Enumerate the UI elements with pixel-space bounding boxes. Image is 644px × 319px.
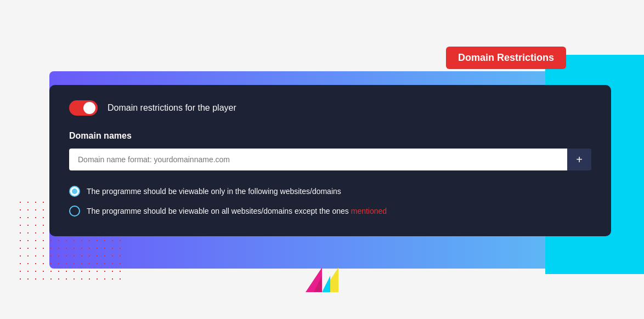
toggle-track xyxy=(69,100,98,116)
radio-option-2[interactable]: The programme should be viewable on all … xyxy=(69,206,591,217)
radio-option-1[interactable]: The programme should be viewable only in… xyxy=(69,186,591,197)
radio-circle-1 xyxy=(69,186,80,197)
toggle-label: Domain restrictions for the player xyxy=(108,103,236,113)
logo-svg xyxy=(303,265,341,295)
add-domain-button[interactable]: + xyxy=(567,149,591,170)
domain-restrictions-toggle[interactable] xyxy=(69,100,98,116)
radio-label-1: The programme should be viewable only in… xyxy=(87,187,341,196)
radio-circle-2 xyxy=(69,206,80,217)
main-card: Domain restrictions for the player Domai… xyxy=(49,85,611,236)
toggle-thumb xyxy=(83,102,95,114)
domain-restrictions-badge: Domain Restrictions xyxy=(446,47,566,69)
radio-options: The programme should be viewable only in… xyxy=(69,186,591,217)
toggle-row: Domain restrictions for the player xyxy=(69,100,591,116)
domain-name-input[interactable] xyxy=(69,149,567,170)
radio-label-2: The programme should be viewable on all … xyxy=(87,207,387,215)
svg-marker-2 xyxy=(322,276,330,292)
radio-label-2-highlight: mentioned xyxy=(351,207,387,215)
domain-input-row: + xyxy=(69,149,591,170)
logo-container xyxy=(303,265,341,297)
domain-names-label: Domain names xyxy=(69,131,591,141)
